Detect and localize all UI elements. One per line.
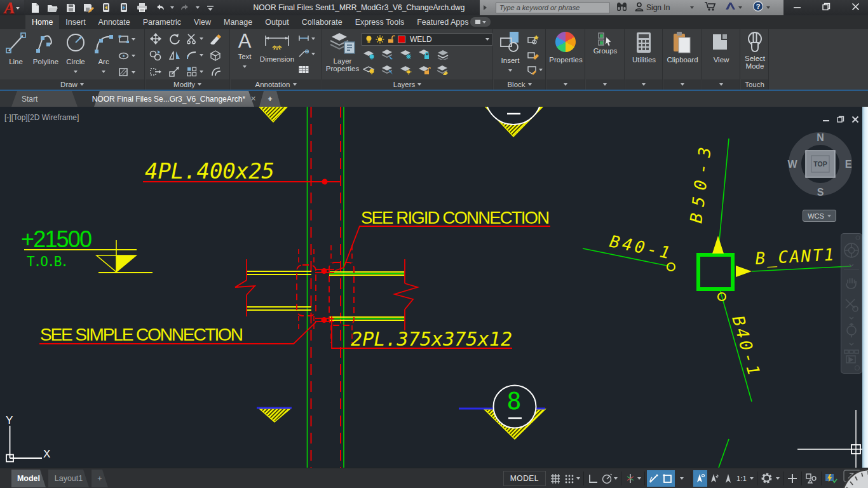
- osnap-icon[interactable]: [661, 470, 675, 487]
- viewcube-s[interactable]: S: [817, 187, 824, 198]
- trim-tool[interactable]: [186, 33, 203, 44]
- table-tool[interactable]: [298, 65, 309, 74]
- text-button[interactable]: A Text: [232, 30, 257, 69]
- stretch-tool[interactable]: [149, 66, 162, 78]
- utilities-icon[interactable]: [635, 31, 653, 57]
- erase-tool[interactable]: [209, 33, 222, 44]
- open-file-icon[interactable]: [46, 2, 60, 13]
- viewcube[interactable]: N W E S TOP: [787, 129, 857, 201]
- vp-restore-icon[interactable]: [837, 114, 844, 126]
- viewcube-e[interactable]: E: [845, 159, 852, 170]
- tab-parametric[interactable]: Parametric: [137, 15, 187, 29]
- viewcube-n[interactable]: N: [817, 132, 824, 143]
- circle-button[interactable]: Circle: [62, 30, 89, 74]
- insert-button[interactable]: Insert: [496, 30, 524, 73]
- clipboard-panel-strip[interactable]: [663, 79, 701, 90]
- block-panel-strip[interactable]: Block: [494, 79, 545, 90]
- new-file-icon[interactable]: [28, 2, 42, 13]
- grid-icon[interactable]: [548, 470, 562, 487]
- polyline-button[interactable]: Polyline: [30, 30, 62, 65]
- tab-express-tools[interactable]: Express Tools: [349, 15, 411, 29]
- plot-icon[interactable]: [135, 2, 149, 13]
- scale-tool[interactable]: [168, 66, 181, 78]
- offset-tool[interactable]: [209, 66, 222, 78]
- block-attributes-tool[interactable]: [527, 65, 543, 75]
- save-icon[interactable]: [64, 2, 78, 13]
- tray-plus-icon[interactable]: [785, 470, 799, 487]
- osnap-dropdown-icon[interactable]: [675, 470, 689, 487]
- infocenter-collapse-icon[interactable]: [484, 5, 487, 10]
- properties-panel-strip[interactable]: [546, 79, 585, 90]
- view-icon[interactable]: [712, 33, 731, 55]
- search-input[interactable]: Type a keyword or phrase: [496, 3, 610, 13]
- save-as-icon[interactable]: [81, 2, 95, 13]
- line-button[interactable]: Line: [3, 30, 29, 65]
- tab-featured-apps[interactable]: Featured Apps: [410, 15, 475, 29]
- ellipse-tool[interactable]: [118, 51, 135, 60]
- tab-annotate[interactable]: Annotate: [92, 15, 137, 29]
- model-tab[interactable]: Model: [11, 470, 46, 487]
- add-layout-tab[interactable]: +: [92, 470, 108, 487]
- new-tab-button[interactable]: +: [259, 91, 281, 107]
- edit-block-tool[interactable]: [527, 50, 539, 60]
- a360-icon[interactable]: [724, 1, 736, 14]
- dimension-button[interactable]: Dimension: [257, 30, 297, 63]
- layout1-tab[interactable]: Layout1: [48, 470, 89, 487]
- wcs-menu[interactable]: WCS: [803, 210, 836, 222]
- viewport-controls-label[interactable]: [-][Top][2D Wireframe]: [4, 113, 79, 122]
- annotation-scale-icon[interactable]: [721, 470, 735, 487]
- view-panel-strip[interactable]: [702, 79, 740, 90]
- utilities-panel-strip[interactable]: [625, 79, 662, 90]
- minimize-button[interactable]: [793, 2, 801, 13]
- restore-button[interactable]: [822, 2, 831, 13]
- mirror-tool[interactable]: [168, 50, 181, 61]
- hatch-tool[interactable]: [118, 67, 135, 77]
- canvas-scrollbar[interactable]: [862, 107, 868, 468]
- drawing-canvas[interactable]: 4PL.400x25 SEE RIGID CONNECTION +21500 T…: [0, 107, 868, 468]
- a360-dropdown-icon[interactable]: [738, 6, 742, 9]
- groups-panel-strip[interactable]: [586, 79, 624, 90]
- viewcube-w[interactable]: W: [787, 159, 797, 170]
- annotation-panel-strip[interactable]: Annotation: [231, 79, 321, 90]
- cart-icon[interactable]: [704, 1, 716, 14]
- create-block-tool[interactable]: [527, 34, 539, 44]
- model-space-button[interactable]: MODEL: [503, 471, 546, 486]
- open-from-web-icon[interactable]: [99, 2, 113, 13]
- help-icon[interactable]: ?: [752, 1, 764, 15]
- annotation-visibility-icon[interactable]: [693, 470, 707, 487]
- select-mode-icon[interactable]: [746, 31, 764, 57]
- rotate-tool[interactable]: [168, 33, 181, 44]
- ribbon-display-toggle[interactable]: [470, 17, 491, 27]
- file-tab-start[interactable]: Start: [11, 91, 78, 107]
- ortho-icon[interactable]: [586, 470, 600, 487]
- arc-button[interactable]: Arc: [91, 30, 116, 74]
- tab-view[interactable]: View: [187, 15, 217, 29]
- navigation-bar[interactable]: [841, 233, 862, 374]
- tab-manage[interactable]: Manage: [217, 15, 259, 29]
- help-dropdown-icon[interactable]: [766, 6, 770, 9]
- scale-value[interactable]: 1:1: [735, 470, 755, 487]
- layer-properties-button[interactable]: Layer Properties: [325, 30, 360, 72]
- vp-close-icon[interactable]: [851, 114, 859, 126]
- tab-collaborate[interactable]: Collaborate: [295, 15, 349, 29]
- vp-minimize-icon[interactable]: [822, 114, 830, 126]
- signin-dropdown-icon[interactable]: [690, 6, 694, 9]
- tab-home[interactable]: Home: [25, 15, 59, 29]
- leader-tool[interactable]: [298, 50, 315, 58]
- annotation-monitor-icon[interactable]: [647, 470, 661, 487]
- array-tool[interactable]: [186, 66, 203, 78]
- undo-dropdown-icon[interactable]: [170, 6, 174, 9]
- customization-gear-icon[interactable]: [759, 470, 781, 487]
- clipboard-icon[interactable]: [672, 31, 691, 57]
- redo-icon[interactable]: [178, 2, 192, 13]
- layer-tools-row2[interactable]: [363, 64, 449, 75]
- fillet-tool[interactable]: [186, 50, 203, 61]
- file-tab-drawing[interactable]: NOOR Final Files Se...Gr3_V6_ChangeArch*…: [94, 91, 254, 107]
- modify-panel-strip[interactable]: Modify: [146, 79, 229, 90]
- autoscale-icon[interactable]: [707, 470, 721, 487]
- isodraft-icon[interactable]: [623, 470, 642, 487]
- draw-panel-strip[interactable]: Draw: [0, 79, 144, 90]
- polar-icon[interactable]: [600, 470, 619, 487]
- layer-select[interactable]: WELD: [362, 33, 492, 46]
- explode-tool[interactable]: [209, 50, 222, 61]
